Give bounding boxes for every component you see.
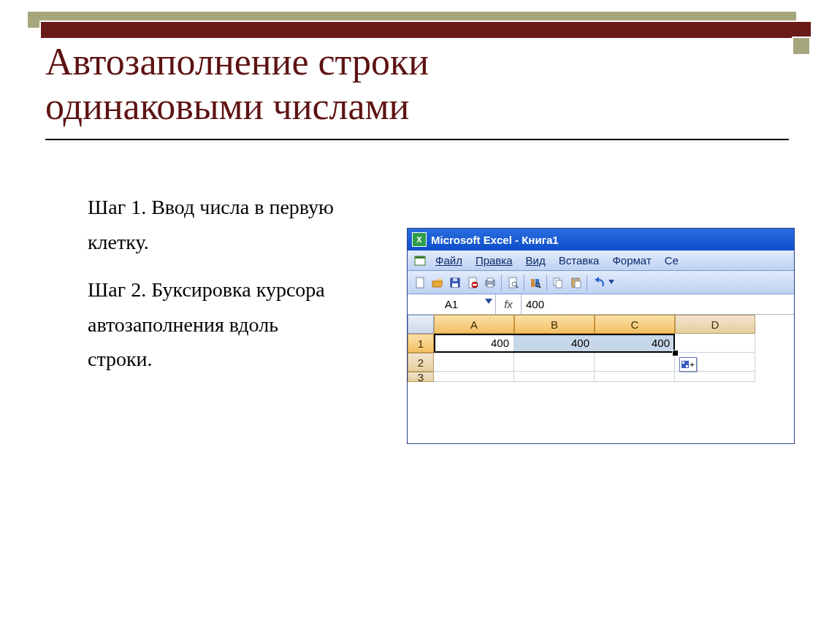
svg-rect-11 (487, 278, 493, 281)
excel-grid-wrapper: A B C D 1 400 400 400 2 3 + (408, 315, 794, 391)
row-header-2[interactable]: 2 (408, 353, 434, 372)
svg-rect-29 (686, 365, 688, 367)
excel-grid[interactable]: A B C D 1 400 400 400 2 3 (408, 315, 794, 391)
name-box-value: A1 (445, 298, 458, 310)
svg-line-19 (539, 286, 541, 288)
menu-edit[interactable]: Правка (470, 253, 519, 268)
cell-B2[interactable] (514, 353, 595, 372)
copy-icon[interactable] (550, 275, 566, 291)
print-preview-icon[interactable] (505, 275, 521, 291)
col-header-C[interactable]: C (595, 315, 675, 334)
menu-file[interactable]: Файл (429, 253, 468, 268)
svg-rect-9 (473, 284, 477, 286)
row-header-1[interactable]: 1 (408, 334, 434, 353)
excel-menubar: Файл Правка Вид Вставка Формат Се (408, 251, 794, 271)
cell-C2[interactable] (595, 353, 675, 372)
new-doc-icon[interactable] (412, 275, 428, 291)
slide-decoration (26, 10, 814, 34)
step-2: Шаг 2. Буксировка курсора автозаполнения… (88, 272, 336, 377)
paste-icon[interactable] (568, 275, 584, 291)
svg-rect-1 (415, 256, 425, 259)
excel-app-icon: X (412, 232, 427, 247)
svg-rect-6 (452, 283, 458, 287)
toolbar-separator (501, 275, 502, 291)
cell-C3[interactable] (595, 372, 675, 382)
excel-titlebar: X Microsoft Excel - Книга1 (408, 229, 794, 251)
slide-title: Автозаполнение строки одинаковыми числам… (45, 39, 615, 129)
square-olive (792, 37, 811, 56)
svg-marker-26 (608, 280, 614, 284)
menu-format[interactable]: Формат (606, 253, 657, 268)
name-box[interactable]: A1 (408, 294, 496, 314)
autofill-options-icon (681, 361, 689, 368)
svg-rect-21 (556, 280, 562, 288)
cell-D3[interactable] (675, 372, 755, 382)
select-all-corner[interactable] (408, 315, 434, 334)
excel-toolbar (408, 271, 794, 294)
cell-A3[interactable] (434, 372, 514, 382)
svg-rect-23 (573, 278, 578, 280)
menu-view[interactable]: Вид (520, 253, 551, 268)
permission-icon[interactable] (465, 275, 481, 291)
svg-rect-5 (453, 278, 457, 281)
research-icon[interactable] (527, 275, 543, 291)
bar-maroon (39, 20, 812, 39)
cell-C1[interactable]: 400 (595, 334, 675, 353)
cell-D1[interactable] (675, 334, 755, 353)
name-box-dropdown-icon[interactable] (485, 299, 492, 304)
excel-title-text: Microsoft Excel - Книга1 (431, 234, 559, 246)
open-icon[interactable] (429, 275, 446, 291)
col-header-B[interactable]: B (514, 315, 595, 334)
svg-rect-16 (531, 279, 535, 287)
cell-A1[interactable]: 400 (434, 334, 514, 353)
cell-B3[interactable] (514, 372, 595, 382)
col-header-D[interactable]: D (675, 315, 755, 334)
row-header-3[interactable]: 3 (408, 372, 434, 382)
undo-dropdown-icon[interactable] (608, 275, 615, 291)
excel-formula-bar: A1 fx 400 (408, 294, 794, 315)
step-1: Шаг 1. Ввод числа в первую клетку. (88, 190, 336, 259)
print-icon[interactable] (482, 275, 498, 291)
menu-service-partial[interactable]: Се (659, 253, 684, 268)
formula-value[interactable]: 400 (522, 294, 794, 314)
fill-handle[interactable] (672, 350, 679, 356)
undo-icon[interactable] (590, 275, 606, 291)
workbook-icon (412, 253, 428, 269)
toolbar-separator (587, 275, 587, 291)
fx-label[interactable]: fx (496, 294, 522, 314)
menu-insert[interactable]: Вставка (553, 253, 606, 268)
svg-rect-24 (575, 281, 581, 288)
svg-marker-25 (595, 277, 599, 283)
save-icon[interactable] (447, 275, 463, 291)
steps-block: Шаг 1. Ввод числа в первую клетку. Шаг 2… (88, 190, 336, 390)
svg-rect-12 (487, 284, 493, 287)
toolbar-separator (524, 275, 524, 291)
autofill-options-button[interactable]: + (679, 357, 697, 372)
cell-A2[interactable] (434, 353, 514, 372)
toolbar-separator (546, 275, 547, 291)
cell-B1[interactable]: 400 (514, 334, 595, 353)
title-underline (45, 139, 789, 140)
svg-rect-28 (682, 362, 684, 364)
excel-window: X Microsoft Excel - Книга1 Файл Правка В… (407, 228, 795, 444)
col-header-A[interactable]: A (434, 315, 514, 334)
